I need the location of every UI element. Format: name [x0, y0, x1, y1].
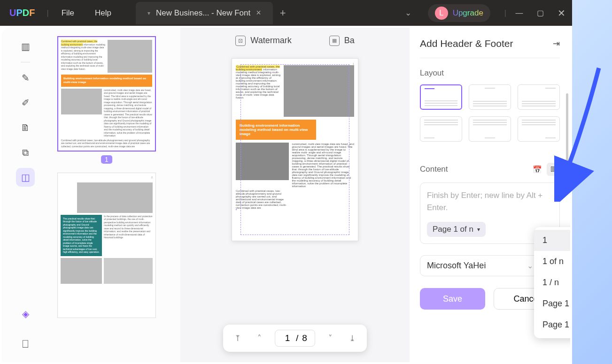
content-placeholder: Finish by Enter; new line by Alt + Enter…	[427, 190, 553, 213]
menu-file[interactable]: File	[51, 8, 85, 18]
chevron-down-icon: ▾	[477, 226, 480, 233]
first-page-button[interactable]: ⤒	[228, 334, 248, 343]
canvas-area: ⛝ Watermark ▦ Ba 1 Combined with practic…	[180, 28, 410, 362]
thumbnail-2[interactable]: 2 The practical results show that: throu…	[57, 173, 156, 318]
tab-title: New Busines... - New Font	[156, 8, 250, 18]
dropdown-option-1[interactable]: 1	[534, 230, 570, 251]
page-image	[236, 143, 289, 180]
save-button[interactable]: Save	[420, 288, 485, 310]
page-format-chip[interactable]: Page 1 of n ▾	[427, 222, 486, 237]
chevron-down-icon[interactable]: ⌄	[527, 261, 533, 270]
dropdown-option-2[interactable]: 1 of n	[534, 251, 570, 272]
thumb-image	[108, 40, 152, 73]
prev-page-button[interactable]: ˄	[249, 334, 269, 343]
header-footer-panel: Add Header & Footer ⇥ Layout Content 📅 🗏	[410, 28, 570, 362]
reader-icon[interactable]: ▥	[16, 37, 35, 56]
panel-title: Add Header & Footer	[420, 38, 513, 49]
page-title-box: Building environment information modelin…	[236, 120, 316, 140]
tab-dropdown-icon[interactable]: ▾	[147, 10, 150, 16]
next-page-button[interactable]: ˅	[321, 334, 341, 343]
upgrade-button[interactable]: L Upgrade	[428, 4, 490, 22]
layout-option-3[interactable]	[518, 84, 560, 110]
thumbnail-panel: Combined with practical cases, the build…	[49, 28, 180, 362]
tab-close-icon[interactable]: ×	[256, 8, 261, 18]
panel-collapse-icon[interactable]: ⇥	[553, 38, 560, 49]
scrollbar[interactable]	[566, 93, 568, 192]
font-select[interactable]: Microsoft YaHei	[427, 261, 522, 271]
thumb-image	[77, 182, 153, 213]
highlight-icon[interactable]: ✎	[16, 68, 35, 87]
layers-icon[interactable]: ◈	[16, 304, 35, 323]
thumb-image	[104, 258, 153, 284]
page-format-dropdown: 1 1 of n 1 / n Page 1 Page 1 of n	[534, 227, 570, 338]
minimize-button[interactable]: —	[509, 9, 530, 17]
layout-grid	[420, 84, 560, 142]
app-window: UPDF | File Help ▾ New Busines... - New …	[0, 0, 572, 364]
layout-option-4[interactable]	[420, 116, 462, 142]
separator: |	[504, 9, 506, 17]
current-page-input[interactable]	[283, 333, 292, 343]
crop-icon[interactable]: ⧉	[16, 143, 35, 162]
thumb-image	[61, 89, 102, 114]
canvas-toolbar: ⛝ Watermark ▦ Ba	[180, 28, 410, 53]
edit-icon[interactable]: ✐	[16, 93, 35, 112]
titlebar: UPDF | File Help ▾ New Busines... - New …	[0, 0, 572, 26]
chevron-down-icon[interactable]: ⌄	[405, 8, 411, 18]
background-tab-icon: ▦	[329, 36, 340, 46]
avatar: L	[435, 7, 448, 20]
page-number-icon[interactable]: 🗏	[547, 163, 560, 176]
watermark-icon[interactable]: ◫	[16, 168, 35, 187]
desktop-background	[572, 0, 612, 364]
watermark-tab-icon: ⛝	[235, 36, 246, 46]
menu-help[interactable]: Help	[85, 8, 122, 18]
total-pages: 8	[302, 333, 307, 343]
content-label: Content	[420, 165, 448, 174]
layout-option-1[interactable]	[420, 84, 462, 110]
left-sidebar: ▥ ✎ ✐ 🗎 ⧉ ◫ ◈ ⎕	[2, 28, 49, 362]
date-icon[interactable]: 📅	[531, 163, 544, 176]
page-image	[284, 65, 354, 117]
main-area: ▥ ✎ ✐ 🗎 ⧉ ◫ ◈ ⎕ Combined with practical …	[2, 28, 570, 362]
separator: |	[46, 9, 48, 17]
thumb-title: Building environment information modelin…	[61, 75, 152, 87]
maximize-button[interactable]: ▢	[530, 8, 551, 17]
page-preview: 1 Combined with practical cases, the bui…	[232, 58, 358, 241]
thumbnail-1[interactable]: Combined with practical cases, the build…	[57, 36, 156, 152]
thumbnail-number: 1	[101, 155, 112, 164]
dropdown-option-5[interactable]: Page 1 of n	[534, 314, 570, 335]
thumb-image	[61, 258, 102, 284]
layout-option-5[interactable]	[469, 116, 511, 142]
page-viewport[interactable]: 1 Combined with practical cases, the bui…	[180, 53, 410, 362]
bookmark-icon[interactable]: ⎕	[16, 334, 35, 353]
layout-option-2[interactable]	[469, 84, 511, 110]
dropdown-option-3[interactable]: 1 / n	[534, 272, 570, 293]
page-navigator: ⤒ ˄ / 8 ˅ ⤓	[223, 325, 367, 352]
app-logo: UPDF	[9, 8, 35, 18]
document-tab[interactable]: ▾ New Busines... - New Font ×	[136, 2, 273, 24]
close-button[interactable]: ✕	[551, 8, 572, 19]
watermark-tab[interactable]: ⛝ Watermark	[235, 36, 291, 46]
pages-icon[interactable]: 🗎	[16, 118, 35, 137]
thumb-teal-box: The practical results show that: through…	[61, 215, 102, 256]
layout-option-6[interactable]	[518, 116, 560, 142]
last-page-button[interactable]: ⤓	[342, 334, 362, 343]
page-input-box: / 8	[275, 330, 315, 347]
upgrade-label: Upgrade	[453, 8, 483, 18]
add-tab-button[interactable]: +	[280, 7, 286, 19]
dropdown-option-4[interactable]: Page 1	[534, 293, 570, 314]
layout-label: Layout	[420, 68, 560, 78]
background-tab[interactable]: ▦ Ba	[329, 36, 355, 46]
